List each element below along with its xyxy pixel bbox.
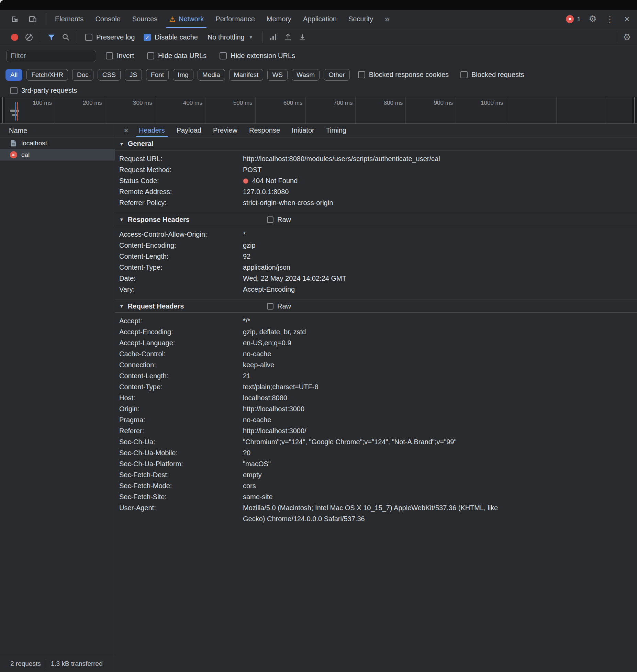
header-value-text: gzip, deflate, br, zstd [243, 328, 306, 336]
kebab-menu-icon[interactable]: ⋮ [605, 12, 615, 26]
main-panel-tab[interactable]: ⚠ Application [297, 10, 343, 28]
filter-chip[interactable]: Other [324, 69, 350, 81]
detail-tab[interactable]: Response [243, 124, 286, 137]
detail-tab[interactable]: Payload [171, 124, 207, 137]
main-panel-tab[interactable]: ⚠ Console [89, 10, 126, 28]
header-kv-row: Sec-Fetch-Site: same-site [115, 491, 637, 502]
error-count-badge[interactable]: 1 [566, 15, 581, 23]
inspect-element-icon[interactable] [8, 12, 22, 26]
header-key: Content-Type: [119, 381, 243, 392]
overview-right-handle[interactable] [632, 97, 637, 123]
waterfall-bar [12, 114, 17, 116]
more-tabs-chevron-icon[interactable]: » [379, 10, 395, 28]
import-har-icon[interactable] [282, 31, 294, 44]
header-value-text: text/plain;charset=UTF-8 [243, 383, 318, 391]
request-headers-raw-checkbox[interactable]: Raw [267, 300, 291, 312]
main-panel-tab[interactable]: ⚠ Network [163, 10, 210, 28]
header-key: Origin: [119, 403, 243, 414]
clear-network-log-button[interactable] [23, 31, 35, 44]
network-settings-gear-icon[interactable]: ⚙ [622, 30, 632, 44]
third-party-requests-checkbox[interactable]: 3rd-party requests [7, 87, 80, 94]
record-network-log-button[interactable] [8, 31, 21, 44]
blocked-requests-checkbox[interactable]: Blocked requests [457, 71, 527, 79]
header-value: ?0 [243, 447, 507, 458]
divider [46, 13, 46, 25]
header-value: http://localhost:3000 [243, 403, 507, 414]
header-value-text: 127.0.0.1:8080 [243, 188, 289, 195]
details-tabbar: × Headers Payload Preview Response Initi… [115, 124, 637, 137]
request-row[interactable]: localhost [0, 137, 115, 149]
response-headers-section-header[interactable]: ▼ Response Headers Raw [115, 213, 637, 226]
request-headers-section-header[interactable]: ▼ Request Headers Raw [115, 300, 637, 313]
header-key: Access-Control-Allow-Origin: [119, 229, 243, 240]
header-kv-row: Request Method: POST [115, 164, 637, 175]
disable-cache-checkbox[interactable]: ✓ Disable cache [140, 33, 201, 41]
filter-input[interactable] [6, 50, 96, 62]
filter-chip[interactable]: Doc [72, 69, 93, 81]
timeline-tick-label: 100 ms [33, 100, 52, 107]
detail-tab[interactable]: Timing [320, 124, 352, 137]
settings-gear-icon[interactable]: ⚙ [588, 12, 598, 26]
main-panel-tab[interactable]: ⚠ Memory [261, 10, 297, 28]
header-key: Date: [119, 273, 243, 284]
header-value: Accept-Encoding [243, 284, 507, 295]
header-key: Sec-Ch-Ua: [119, 436, 243, 447]
filter-chip[interactable]: Manifest [229, 69, 264, 81]
main-panel-tab[interactable]: ⚠ Security [343, 10, 379, 28]
header-value: Mozilla/5.0 (Macintosh; Intel Mac OS X 1… [243, 502, 507, 524]
filter-chip[interactable]: All [5, 69, 22, 81]
header-value-text: http://localhost:3000 [243, 405, 304, 413]
transferred-size: 1.3 kB transferred [46, 659, 108, 668]
header-key: Cache-Control: [119, 348, 243, 359]
preserve-log-checkbox[interactable]: Preserve log [82, 33, 138, 41]
filter-chip[interactable]: WS [267, 69, 288, 81]
header-value-text: 92 [243, 253, 250, 260]
filter-toggle-icon[interactable] [45, 31, 57, 44]
general-section-header[interactable]: ▼ General [115, 137, 637, 150]
filter-chip[interactable]: Fetch/XHR [26, 69, 68, 81]
filter-chip[interactable]: Img [173, 69, 193, 81]
main-panel-tab[interactable]: ⚠ Elements [49, 10, 89, 28]
network-overview-timeline[interactable]: 100 ms 200 ms 300 ms 400 ms 500 ms [0, 97, 637, 124]
device-toolbar-icon[interactable] [25, 12, 40, 26]
response-headers-raw-checkbox[interactable]: Raw [267, 213, 291, 226]
filter-chip[interactable]: CSS [98, 69, 121, 81]
checkbox-checked-icon: ✓ [144, 34, 151, 41]
network-conditions-icon[interactable] [267, 31, 280, 44]
overview-left-handle[interactable] [0, 97, 5, 123]
request-headers-section: ▼ Request Headers Raw Accept: */* [115, 300, 637, 529]
filter-chip[interactable]: Media [198, 69, 225, 81]
main-panel-tab[interactable]: ⚠ Sources [126, 10, 163, 28]
search-icon[interactable] [59, 31, 72, 44]
close-details-icon[interactable]: × [119, 124, 133, 137]
requests-name-column-header[interactable]: Name [0, 124, 115, 137]
checkbox-unchecked-icon [358, 71, 365, 78]
hide-data-urls-checkbox[interactable]: Hide data URLs [144, 52, 210, 60]
throttling-select[interactable]: No throttling ▼ [203, 33, 257, 41]
triangle-down-icon: ▼ [119, 141, 124, 147]
filter-chip[interactable]: Wasm [292, 69, 320, 81]
timeline-tick-label: 700 ms [334, 100, 353, 107]
blocked-response-cookies-checkbox[interactable]: Blocked response cookies [355, 71, 452, 79]
checkbox-unchecked-icon [460, 71, 468, 78]
request-type-filter-row: All Fetch/XHR Doc CSS JS Font Img Media … [0, 65, 637, 84]
main-panel-tab[interactable]: ⚠ Performance [210, 10, 261, 28]
invert-checkbox[interactable]: Invert [102, 52, 137, 60]
close-devtools-icon[interactable]: × [622, 12, 632, 26]
request-row[interactable]: cal [0, 149, 115, 161]
filter-chip[interactable]: Font [146, 69, 169, 81]
header-value-text: "Chromium";v="124", "Google Chrome";v="1… [243, 438, 457, 446]
export-har-icon[interactable] [296, 31, 309, 44]
detail-tab[interactable]: Preview [207, 124, 243, 137]
timeline-tail [607, 97, 632, 123]
filter-chip[interactable]: JS [125, 69, 142, 81]
hide-extension-urls-checkbox[interactable]: Hide extension URLs [216, 52, 299, 60]
header-value-text: * [243, 231, 246, 238]
detail-tab[interactable]: Initiator [286, 124, 320, 137]
header-kv-row: Cache-Control: no-cache [115, 348, 637, 359]
raw-label: Raw [277, 302, 291, 310]
request-list-empty-space [0, 161, 115, 655]
header-kv-row: Sec-Ch-Ua: "Chromium";v="124", "Google C… [115, 436, 637, 447]
detail-tab[interactable]: Headers [133, 124, 171, 137]
third-party-requests-label: 3rd-party requests [21, 87, 77, 94]
